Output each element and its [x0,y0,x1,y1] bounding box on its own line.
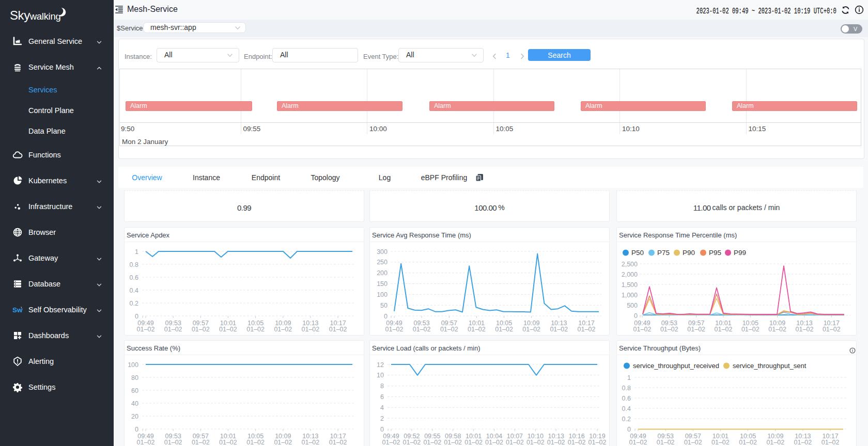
svg-text:12: 12 [377,361,384,369]
svg-text:01–02: 01–02 [687,326,705,333]
svg-text:P95: P95 [709,249,721,257]
svg-text:0: 0 [634,312,638,320]
svg-text:300: 300 [377,248,388,256]
svg-text:01–02: 01–02 [739,439,757,446]
svg-text:2: 2 [380,415,384,422]
svg-text:service_throughput_received: service_throughput_received [633,362,719,370]
svg-text:01–02: 01–02 [823,326,841,333]
svg-text:01–02: 01–02 [568,439,586,446]
svg-text:01–02: 01–02 [495,326,513,333]
svg-text:01–02: 01–02 [444,439,462,446]
svg-text:0: 0 [627,426,631,433]
svg-text:01–02: 01–02 [219,326,237,333]
svg-text:0.2: 0.2 [622,416,631,423]
svg-text:P50: P50 [631,249,644,257]
svg-text:01–02: 01–02 [547,439,565,446]
svg-text:01–02: 01–02 [588,439,607,446]
svg-text:01–02: 01–02 [302,439,320,446]
svg-text:01–02: 01–02 [822,439,840,446]
svg-text:P75: P75 [657,249,670,257]
svg-text:01–02: 01–02 [550,326,568,333]
svg-text:60: 60 [131,387,138,394]
svg-text:80: 80 [131,374,138,381]
svg-text:2,000: 2,000 [622,271,638,278]
svg-text:1,000: 1,000 [622,292,638,299]
svg-text:01–02: 01–02 [329,326,347,333]
svg-text:01–02: 01–02 [246,326,265,333]
svg-text:0: 0 [384,313,388,320]
svg-text:P90: P90 [683,249,695,257]
svg-text:01–02: 01–02 [137,326,155,333]
svg-text:6: 6 [380,393,384,401]
svg-text:01–02: 01–02 [413,326,431,333]
svg-text:01–02: 01–02 [766,439,784,446]
svg-text:100: 100 [377,291,388,298]
svg-text:01–02: 01–02 [192,326,210,333]
svg-text:01–02: 01–02 [711,439,730,446]
svg-text:0.8: 0.8 [130,261,138,268]
svg-text:1,500: 1,500 [622,281,638,289]
svg-text:0: 0 [380,426,384,433]
svg-text:01–02: 01–02 [192,439,210,446]
svg-text:01–02: 01–02 [137,439,155,446]
svg-text:01–02: 01–02 [796,326,814,333]
svg-text:01–02: 01–02 [385,326,404,333]
svg-text:1: 1 [135,248,138,256]
svg-text:01–02: 01–02 [382,439,400,446]
svg-text:0.2: 0.2 [130,300,138,307]
svg-text:0.6: 0.6 [622,395,631,402]
svg-text:01–02: 01–02 [302,326,320,333]
svg-text:01–02: 01–02 [578,326,596,333]
svg-text:0.4: 0.4 [622,405,631,412]
svg-text:01–02: 01–02 [768,326,786,333]
svg-text:01–02: 01–02 [485,439,503,446]
svg-text:01–02: 01–02 [684,439,702,446]
svg-text:0.6: 0.6 [130,274,138,281]
svg-text:10: 10 [377,372,384,379]
svg-text:01–02: 01–02 [506,439,524,446]
svg-text:service_throughput_sent: service_throughput_sent [733,362,807,370]
svg-text:01–02: 01–02 [715,326,733,333]
svg-text:01–02: 01–02 [629,439,647,446]
svg-text:200: 200 [377,269,388,277]
svg-text:0: 0 [135,313,138,320]
svg-text:01–02: 01–02 [660,326,678,333]
svg-text:40: 40 [131,400,138,407]
svg-text:50: 50 [380,302,388,309]
svg-text:01–02: 01–02 [464,439,483,446]
svg-text:250: 250 [377,259,388,266]
svg-text:500: 500 [627,302,638,309]
svg-text:P99: P99 [734,249,746,257]
svg-text:8: 8 [380,383,384,390]
svg-text:01–02: 01–02 [274,439,292,446]
svg-text:0: 0 [135,426,138,433]
svg-text:01–02: 01–02 [423,439,441,446]
svg-text:01–02: 01–02 [274,326,292,333]
svg-text:01–02: 01–02 [219,439,237,446]
svg-text:01–02: 01–02 [246,439,265,446]
svg-text:01–02: 01–02 [403,439,421,446]
svg-text:01–02: 01–02 [741,326,760,333]
svg-text:01–02: 01–02 [522,326,540,333]
svg-text:150: 150 [377,280,388,288]
svg-text:01–02: 01–02 [164,439,182,446]
svg-text:20: 20 [131,413,138,420]
svg-text:2,500: 2,500 [622,261,638,268]
svg-text:4: 4 [380,404,384,411]
svg-text:01–02: 01–02 [633,326,652,333]
svg-text:01–02: 01–02 [440,326,458,333]
svg-text:01–02: 01–02 [526,439,545,446]
svg-text:1: 1 [627,374,631,381]
svg-text:01–02: 01–02 [329,439,347,446]
svg-text:100: 100 [128,361,138,369]
svg-text:01–02: 01–02 [164,326,182,333]
svg-text:0.8: 0.8 [622,385,631,392]
svg-text:01–02: 01–02 [794,439,812,446]
svg-text:01–02: 01–02 [468,326,486,333]
svg-text:0.4: 0.4 [130,287,138,294]
svg-text:01–02: 01–02 [657,439,675,446]
